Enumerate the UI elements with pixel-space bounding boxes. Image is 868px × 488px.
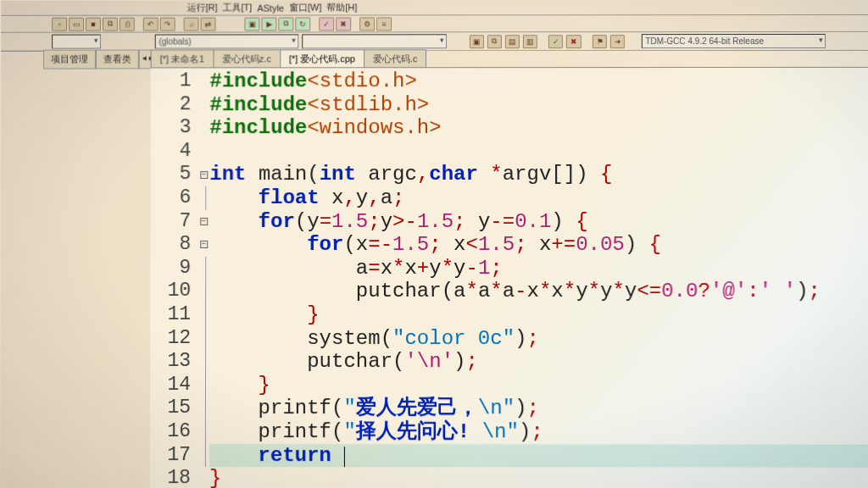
code-content[interactable]: #include<stdio.h>#include<stdlib.h>#incl… (209, 68, 868, 488)
menu-astyle[interactable]: AStyle (257, 3, 284, 13)
code-line[interactable]: } (209, 303, 868, 327)
save-icon[interactable]: ■ (86, 17, 101, 30)
code-line[interactable]: system("color 0c"); (209, 327, 868, 351)
code-line[interactable]: } (209, 467, 868, 488)
cancel-icon[interactable]: ✖ (566, 35, 581, 48)
code-line[interactable]: printf("爱人先爱己，\n"); (209, 396, 868, 420)
options-icon[interactable]: ≡ (376, 17, 392, 30)
debug-icon[interactable]: ✓ (319, 17, 334, 30)
menu-run[interactable]: 运行[R] (187, 2, 218, 14)
open-icon[interactable]: ▭ (69, 17, 84, 30)
editor-tabs: [*] 未命名1 爱心代码z.c [*] 爱心代码.cpp 爱心代码.c (151, 49, 868, 69)
rebuild-icon[interactable]: ↻ (295, 17, 310, 30)
profile-icon[interactable]: ⚙ (359, 17, 375, 30)
undo-icon[interactable]: ↶ (143, 17, 159, 30)
code-line[interactable]: #include<windows.h> (209, 116, 868, 140)
code-line[interactable]: #include<stdio.h> (209, 69, 868, 93)
bookmark-icon[interactable]: ⚑ (593, 35, 607, 48)
line-gutter: 123456789101112131415161718 (150, 68, 198, 488)
tab-heart-cpp[interactable]: [*] 爱心代码.cpp (280, 49, 364, 67)
check-icon[interactable]: ✓ (548, 35, 563, 48)
code-line[interactable]: putchar(a*a*a-x*x*y*y*y<=0.0?'@':' '); (209, 280, 868, 303)
replace-icon[interactable]: ⇄ (201, 17, 216, 30)
code-line[interactable]: printf("择人先问心! \n"); (209, 420, 868, 444)
stop-icon[interactable]: ✖ (336, 17, 351, 30)
main-toolbar: ▫ ▭ ■ ⧉ ⎙ ↶ ↷ ⌕ ⇄ ▣ ▶ ⧉ ↻ ✓ ✖ ⚙ ≡ (1, 15, 868, 33)
tool-c-icon[interactable]: ▤ (505, 35, 520, 48)
find-icon[interactable]: ⌕ (184, 17, 199, 30)
goto-icon[interactable]: ➜ (610, 35, 625, 48)
menu-window[interactable]: 窗口[W] (289, 2, 321, 14)
globals-combo[interactable]: (globals) (154, 34, 298, 48)
run-icon[interactable]: ▶ (261, 17, 276, 30)
code-line[interactable]: a=x*x+y*y-1; (209, 257, 868, 280)
menu-bar: 运行[R] 工具[T] AStyle 窗口[W] 帮助[H] (1, 0, 868, 16)
classes-tab[interactable]: 查看类 (96, 50, 139, 69)
code-line[interactable]: } (209, 374, 868, 397)
symbols-combo[interactable] (302, 34, 446, 48)
menu-help[interactable]: 帮助[H] (326, 1, 357, 14)
fold-column: −−− (198, 68, 210, 488)
code-line[interactable]: for(y=1.5;y>-1.5; y-=0.1) { (209, 209, 868, 233)
code-line[interactable] (209, 140, 868, 164)
menu-tools[interactable]: 工具[T] (223, 2, 253, 14)
save-all-icon[interactable]: ⧉ (103, 17, 118, 30)
code-line[interactable]: #include<stdlib.h> (209, 92, 868, 116)
project-tab[interactable]: 项目管理 (43, 50, 96, 69)
compiler-combo[interactable]: TDM-GCC 4.9.2 64-bit Release (641, 34, 826, 48)
side-panel-tabs: 项目管理 查看类 ◂ ▸ (43, 49, 156, 69)
tool-b-icon[interactable]: ⧉ (487, 35, 502, 48)
code-line[interactable]: for(x=-1.5; x<1.5; x+=0.05) { (209, 233, 868, 257)
tab-heart-c[interactable]: 爱心代码.c (364, 49, 426, 67)
nav-combo[interactable] (52, 35, 101, 49)
tool-a-icon[interactable]: ▣ (470, 35, 484, 48)
print-icon[interactable]: ⎙ (120, 17, 135, 30)
code-line[interactable]: putchar('\n'); (209, 350, 868, 374)
new-file-icon[interactable]: ▫ (52, 17, 67, 30)
compile-run-icon[interactable]: ⧉ (278, 17, 293, 30)
redo-icon[interactable]: ↷ (160, 17, 175, 30)
tool-d-icon[interactable]: ▥ (523, 35, 537, 48)
tab-untitled[interactable]: [*] 未命名1 (151, 49, 214, 67)
compile-icon[interactable]: ▣ (244, 17, 259, 30)
code-line[interactable]: float x,y,a; (209, 186, 868, 210)
tab-heart-z[interactable]: 爱心代码z.c (213, 49, 281, 67)
code-line[interactable]: return (209, 444, 868, 468)
code-editor[interactable]: 123456789101112131415161718 −−− #include… (150, 68, 868, 488)
code-line[interactable]: int main(int argc,char *argv[]) { (209, 163, 868, 186)
